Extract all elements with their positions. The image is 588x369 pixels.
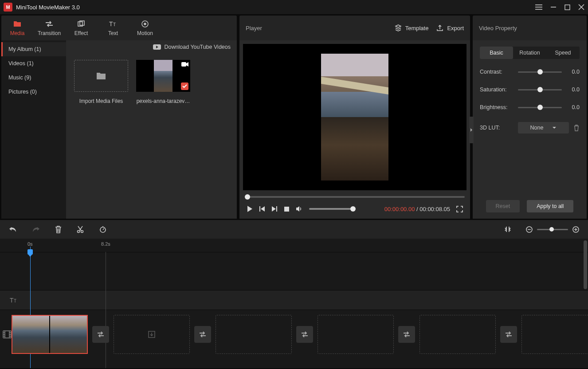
track-video[interactable] xyxy=(0,310,588,358)
video-icon xyxy=(181,62,188,67)
timeline-section: 0s 8.2s TT xyxy=(0,220,588,368)
timeline-ruler[interactable]: 0s 8.2s xyxy=(0,239,588,252)
app-title: MiniTool MovieMaker 3.0 xyxy=(16,4,535,11)
text-track-icon: TT xyxy=(10,297,18,304)
sidebar-item-myalbum[interactable]: My Album (1) xyxy=(1,42,66,56)
zoom-out-button[interactable] xyxy=(526,226,533,233)
empty-clip-slot[interactable] xyxy=(419,315,496,354)
effect-icon xyxy=(77,20,85,28)
prev-frame-button[interactable] xyxy=(259,206,265,212)
tab-transition[interactable]: Transition xyxy=(33,16,65,40)
tab-motion[interactable]: Motion xyxy=(129,16,161,40)
folder-icon xyxy=(13,20,22,28)
player-title: Player xyxy=(246,25,387,31)
next-frame-button[interactable] xyxy=(271,206,278,212)
brightness-slider[interactable] xyxy=(518,107,562,108)
undo-button[interactable] xyxy=(9,226,17,232)
stop-button[interactable] xyxy=(284,206,290,212)
sidebar-item-pictures[interactable]: Pictures (0) xyxy=(1,85,66,99)
volume-slider[interactable] xyxy=(309,208,353,210)
svg-rect-14 xyxy=(181,62,186,67)
check-icon xyxy=(181,82,188,90)
media-panel: Media Transition Effect TT Text Motion M… xyxy=(1,16,237,219)
folder-icon xyxy=(96,71,106,80)
transition-slot-button[interactable] xyxy=(92,326,109,343)
media-clip-card[interactable]: pexels-anna-tarazev… xyxy=(136,60,190,104)
transition-slot-button[interactable] xyxy=(296,326,313,343)
zoom-in-button[interactable] xyxy=(572,226,579,233)
empty-clip-slot[interactable] xyxy=(521,315,588,354)
transition-icon xyxy=(45,20,54,28)
fit-button[interactable] xyxy=(505,226,511,233)
apply-all-button[interactable]: Apply to all xyxy=(527,200,573,212)
media-content: Download YouTube Videos Import Media Fil… xyxy=(66,40,237,219)
saturation-slider[interactable] xyxy=(518,89,562,90)
maximize-icon[interactable] xyxy=(564,4,570,10)
chevron-down-icon xyxy=(552,126,557,129)
brightness-row: Brightness: 0.0 xyxy=(480,104,580,110)
svg-rect-17 xyxy=(284,207,289,212)
track-blank xyxy=(0,252,588,290)
speed-button[interactable] xyxy=(99,226,107,233)
titlebar: M MiniTool MovieMaker 3.0 xyxy=(0,0,588,14)
empty-clip-slot[interactable] xyxy=(114,315,190,354)
transition-slot-button[interactable] xyxy=(398,326,415,343)
svg-point-19 xyxy=(81,230,83,232)
brightness-value: 0.0 xyxy=(566,104,580,110)
empty-clip-slot[interactable] xyxy=(216,315,292,354)
app-logo: M xyxy=(4,3,12,12)
sidebar-item-music[interactable]: Music (9) xyxy=(1,71,66,85)
timeline-body[interactable]: 0s 8.2s TT xyxy=(0,239,588,368)
template-icon xyxy=(395,24,402,31)
svg-text:T: T xyxy=(109,20,113,27)
hamburger-icon[interactable] xyxy=(535,4,542,10)
cut-button[interactable] xyxy=(77,226,84,233)
svg-point-12 xyxy=(144,23,146,25)
timeline-toolbar xyxy=(0,220,588,239)
delete-button[interactable] xyxy=(55,226,62,233)
contrast-slider[interactable] xyxy=(518,71,562,73)
contrast-row: Contrast: 0.0 xyxy=(480,69,580,75)
tab-rotation[interactable]: Rotation xyxy=(513,47,546,59)
export-button[interactable]: Export xyxy=(436,24,464,31)
track-text[interactable]: TT xyxy=(0,290,588,310)
redo-button[interactable] xyxy=(32,226,40,232)
player-panel: Player Template Export xyxy=(239,16,470,219)
svg-point-18 xyxy=(78,230,80,232)
tab-media[interactable]: Media xyxy=(1,16,33,40)
saturation-row: Saturation: 0.0 xyxy=(480,86,580,93)
svg-rect-16 xyxy=(276,206,277,212)
tab-basic[interactable]: Basic xyxy=(480,47,513,59)
volume-icon[interactable] xyxy=(296,206,303,212)
sidebar-item-videos[interactable]: Videos (1) xyxy=(1,56,66,71)
close-icon[interactable] xyxy=(578,4,584,10)
youtube-icon xyxy=(153,44,161,50)
video-preview[interactable] xyxy=(243,44,466,190)
lut-select[interactable]: None xyxy=(518,122,569,133)
empty-clip-slot[interactable] xyxy=(318,315,394,354)
svg-text:T: T xyxy=(113,22,116,27)
play-button[interactable] xyxy=(247,205,253,212)
time-display: 00:00:00.00 / 00:00:08.05 xyxy=(384,206,450,212)
tab-effect[interactable]: Effect xyxy=(65,16,97,40)
import-media-card[interactable]: Import Media Files xyxy=(74,60,128,104)
delete-lut-button[interactable] xyxy=(573,125,580,131)
fullscreen-button[interactable] xyxy=(456,206,463,212)
download-youtube-link[interactable]: Download YouTube Videos xyxy=(66,40,237,54)
template-button[interactable]: Template xyxy=(395,24,429,31)
minimize-icon[interactable] xyxy=(550,4,557,10)
media-sidebar: My Album (1) Videos (1) Music (9) Pictur… xyxy=(1,40,66,219)
transition-slot-button[interactable] xyxy=(500,326,517,343)
collapse-panel-button[interactable] xyxy=(469,117,474,143)
tab-speed[interactable]: Speed xyxy=(546,47,580,59)
svg-text:T: T xyxy=(14,298,16,303)
timeline-clip[interactable] xyxy=(12,315,88,354)
transition-slot-button[interactable] xyxy=(194,326,211,343)
seek-bar[interactable] xyxy=(245,196,465,198)
reset-button[interactable]: Reset xyxy=(486,200,520,212)
svg-text:T: T xyxy=(10,297,14,304)
tab-text[interactable]: TT Text xyxy=(97,16,129,40)
contrast-value: 0.0 xyxy=(566,69,580,75)
zoom-slider[interactable] xyxy=(537,229,568,230)
lut-row: 3D LUT: None xyxy=(480,122,580,133)
